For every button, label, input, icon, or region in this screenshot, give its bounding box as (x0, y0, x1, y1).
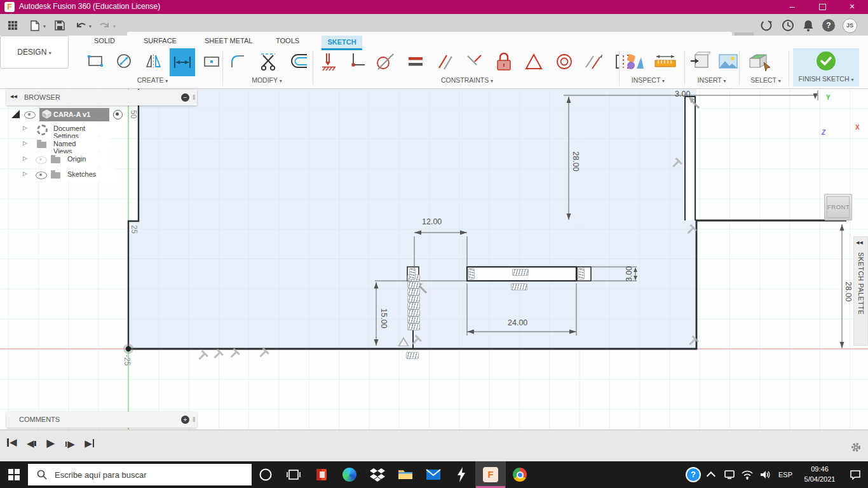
sketch-dimension-tool-icon-active[interactable] (170, 48, 195, 76)
job-status-icon[interactable] (760, 19, 773, 32)
row-label[interactable]: Sketches (67, 170, 96, 178)
visibility-eye-icon[interactable] (36, 172, 47, 179)
timeline-settings-gear-icon[interactable] (850, 442, 862, 453)
equal-constraint-glyph[interactable] (407, 316, 420, 323)
expander-icon[interactable]: ▷ (23, 170, 27, 177)
search-input[interactable] (53, 470, 234, 480)
minimize-button[interactable]: – (778, 0, 807, 14)
browser-panel-header[interactable]: ◀◀ BROWSER − ‖ (6, 90, 197, 105)
dimension-label-28-left[interactable]: 28.00 (571, 151, 580, 171)
group-select-label[interactable]: SELECT ▾ (734, 76, 797, 84)
comments-panel-header[interactable]: COMMENTS + ‖ (6, 412, 197, 428)
go-to-start-button[interactable]: ◀ (4, 435, 20, 449)
equal-constraint-glyph[interactable] (578, 268, 585, 280)
file-menu-caret-icon[interactable]: ▾ (43, 24, 46, 29)
start-button[interactable] (0, 461, 28, 488)
collapse-browser-icon[interactable]: ◀◀ (10, 94, 17, 99)
expander-icon[interactable]: ▷ (23, 155, 27, 161)
vertical-constraint-icon[interactable] (344, 50, 369, 75)
sketch-canvas[interactable]: 12.00 24.00 3.00 3.00 15.00 28.00 28.00 … (0, 89, 868, 430)
language-indicator[interactable]: ESP (774, 461, 797, 488)
dropbox-app-icon[interactable] (363, 461, 391, 488)
undo-caret-icon[interactable]: ▾ (89, 24, 92, 29)
expand-palette-icon[interactable]: ◀◀ (856, 240, 863, 245)
step-back-button[interactable]: ◀ (23, 437, 39, 451)
parallel-constraint-icon[interactable] (432, 50, 459, 75)
comments-plus-badge[interactable]: + (181, 416, 189, 424)
dimension-label-3-top[interactable]: 3.00 (675, 90, 690, 98)
mail-app-icon[interactable] (419, 461, 447, 488)
fusion-360-taskbar-button-active[interactable]: F (475, 461, 506, 488)
equal-constraint-glyph[interactable] (407, 323, 420, 330)
save-icon[interactable] (55, 20, 65, 30)
taskbar-search[interactable] (28, 464, 252, 485)
canvas-image-icon[interactable] (715, 50, 741, 75)
dimension-label-12[interactable]: 12.00 (422, 217, 442, 226)
midpoint-constraint-glyph[interactable] (398, 337, 409, 346)
mirror-tool-icon[interactable] (140, 50, 167, 75)
expander-icon[interactable]: ▷ (23, 125, 27, 131)
maximize-button[interactable] (808, 0, 837, 14)
workspace-selector[interactable]: DESIGN ▾ (0, 36, 69, 69)
play-button[interactable]: ▶ (43, 437, 59, 451)
recent-clock-icon[interactable] (782, 19, 794, 32)
browser-grip-icon[interactable]: ‖ (193, 93, 196, 101)
coincident-constraint-icon[interactable] (316, 50, 342, 75)
help-icon[interactable]: ? (822, 19, 835, 32)
midpoint-constraint-icon[interactable] (520, 50, 548, 75)
visibility-eye-off-icon[interactable] (36, 156, 47, 164)
insert-mesh-icon[interactable] (688, 50, 713, 75)
tray-volume-icon[interactable] (756, 461, 774, 488)
fix-unfix-constraint-icon[interactable] (491, 50, 518, 75)
collinear-constraint-icon[interactable] (581, 50, 607, 75)
data-panel-grid-icon[interactable] (8, 20, 18, 30)
perpendicular-constraint-icon[interactable] (461, 50, 488, 75)
circle-tool-icon[interactable] (112, 50, 137, 75)
row-label[interactable]: Origin (67, 155, 86, 163)
redo-icon[interactable] (99, 20, 111, 30)
activate-component-radio[interactable] (113, 110, 123, 119)
browser-root-item[interactable]: CARA-A v1 (39, 108, 109, 121)
equal-constraint-glyph[interactable] (407, 281, 420, 288)
task-view-button[interactable] (280, 461, 308, 488)
comments-grip-icon[interactable]: ‖ (193, 416, 196, 423)
trim-tool-icon[interactable] (255, 50, 283, 75)
origin-point[interactable] (126, 346, 131, 351)
tab-sheet-metal[interactable]: SHEET METAL (205, 37, 252, 44)
equal-constraint-glyph[interactable] (407, 288, 420, 295)
user-avatar[interactable]: JS (843, 18, 857, 33)
undo-icon[interactable] (75, 20, 86, 30)
tab-tools[interactable]: TOOLS (276, 37, 299, 44)
equal-constraint-glyph[interactable] (468, 268, 475, 280)
tab-solid[interactable]: SOLID (94, 37, 115, 44)
sketch-geometry[interactable] (0, 89, 868, 430)
group-modify-label[interactable]: MODIFY ▾ (235, 76, 299, 84)
group-create-label[interactable]: CREATE ▾ (121, 76, 184, 84)
action-center-icon[interactable] (843, 461, 868, 488)
chrome-app-icon[interactable] (506, 461, 534, 488)
lightning-app-icon[interactable] (447, 461, 475, 488)
redo-caret-icon[interactable]: ▾ (113, 24, 116, 29)
rectangle-tool-icon[interactable] (84, 50, 109, 75)
finish-sketch-button[interactable]: FINISH SKETCH ▾ (793, 48, 859, 86)
file-explorer-icon[interactable] (391, 461, 419, 488)
visibility-eye-icon[interactable] (24, 111, 36, 119)
dimension-label-3-right[interactable]: 3.00 (625, 266, 634, 281)
office-app-icon[interactable] (308, 461, 336, 488)
dimension-label-15[interactable]: 15.00 (379, 308, 388, 328)
equal-constraint-glyph[interactable] (407, 295, 420, 302)
view-cube[interactable]: FRONT (824, 194, 852, 220)
go-to-end-button[interactable]: ▶ (81, 437, 98, 451)
concentric-constraint-icon[interactable] (552, 50, 578, 75)
equal-constraint-glyph[interactable] (407, 309, 420, 316)
equal-constraint-icon[interactable] (402, 50, 429, 75)
offset-tool-icon[interactable] (287, 50, 315, 75)
view-cube-front-face[interactable]: FRONT (827, 196, 850, 218)
step-forward-button[interactable]: ▶ (62, 437, 78, 451)
ruler-icon[interactable] (652, 50, 680, 75)
sketch-palette-tab[interactable]: ◀◀ SKETCH PALETTE (853, 236, 868, 346)
cortana-button[interactable] (252, 461, 280, 488)
equal-constraint-glyph[interactable] (512, 269, 529, 276)
tab-sketch[interactable]: SKETCH (322, 36, 362, 48)
equal-constraint-glyph[interactable] (406, 352, 419, 359)
